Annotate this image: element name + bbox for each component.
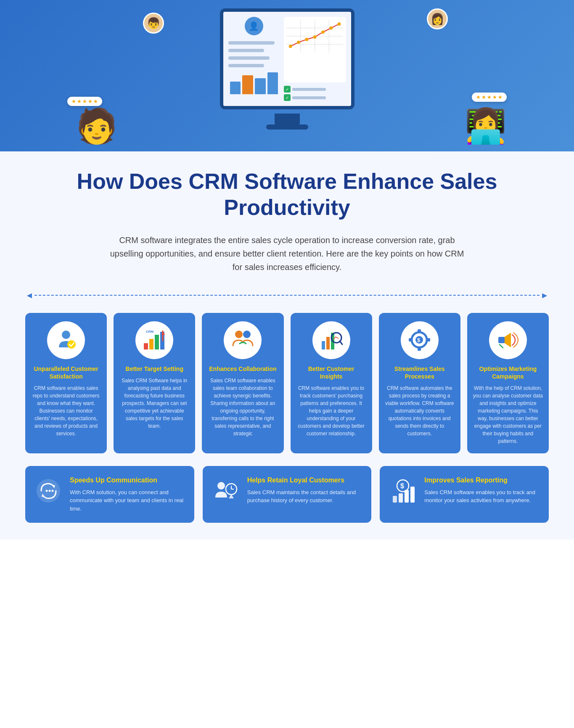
bottom-body-3: Sales CRM software enables you to track … xyxy=(424,488,540,505)
bottom-grid: Speeds Up Communication With CRM solutio… xyxy=(25,466,549,523)
svg-point-40 xyxy=(45,490,48,492)
card-title-1: Unparalleled Customer Satisfaction xyxy=(31,365,101,380)
card-customer-insights: Better Customer Insights CRM software en… xyxy=(291,313,372,453)
bottom-icon-1 xyxy=(34,476,63,506)
svg-line-36 xyxy=(500,344,503,348)
bottom-body-1: With CRM solution, you can connect and c… xyxy=(70,488,186,513)
avatar-top-left: 👦 xyxy=(143,13,164,34)
svg-point-43 xyxy=(217,482,225,490)
card-body-3: Sales CRM software enables sales team co… xyxy=(208,377,278,437)
monitor-base xyxy=(266,124,308,130)
svg-rect-51 xyxy=(405,490,409,503)
svg-rect-52 xyxy=(410,487,415,503)
svg-rect-31 xyxy=(418,347,421,351)
card-icon-2: CRM xyxy=(135,321,173,359)
card-marketing-campaigns: Optimizes Marketing Campaigns With the h… xyxy=(467,313,549,453)
arrow-divider: ◄ ► xyxy=(25,291,549,300)
bottom-card-reporting: $ Improves Sales Reporting Sales CRM sof… xyxy=(380,466,549,523)
svg-rect-30 xyxy=(418,329,421,333)
card-icon-4 xyxy=(312,321,350,359)
person-left: ★★★★★ 🧑 xyxy=(76,109,118,143)
card-sales-processes: $ Streamlines Sales Processes CRM softwa… xyxy=(379,313,460,453)
svg-point-37 xyxy=(37,479,60,503)
svg-rect-15 xyxy=(144,343,148,349)
bottom-body-2: Sales CRM maintains the contact details … xyxy=(247,488,363,505)
svg-text:$: $ xyxy=(417,337,421,343)
svg-point-9 xyxy=(313,35,317,39)
svg-point-41 xyxy=(48,490,50,492)
svg-point-7 xyxy=(297,41,300,44)
card-title-5: Streamlines Sales Processes xyxy=(385,365,455,380)
arrow-right-icon: ► xyxy=(540,291,549,300)
card-body-4: CRM software enables you to track custom… xyxy=(296,384,366,437)
bottom-icon-2 xyxy=(211,476,241,506)
svg-point-21 xyxy=(235,331,243,338)
svg-line-27 xyxy=(340,341,342,344)
card-title-4: Better Customer Insights xyxy=(296,365,366,380)
arrow-left-icon: ◄ xyxy=(25,291,34,300)
person-right: ★★★★★ 👩‍💻 xyxy=(465,109,507,143)
page-subtitle: CRM software integrates the entire sales… xyxy=(106,233,468,274)
monitor-screen: ✓ ✓ xyxy=(220,8,354,109)
svg-point-12 xyxy=(338,22,341,26)
svg-point-11 xyxy=(330,26,333,30)
svg-rect-24 xyxy=(326,337,330,349)
card-target-setting: CRM Better Target Setting Sales CRM Soft… xyxy=(114,313,195,453)
svg-point-6 xyxy=(289,45,292,48)
bottom-card-communication: Speeds Up Communication With CRM solutio… xyxy=(25,466,194,523)
bottom-title-1: Speeds Up Communication xyxy=(70,476,186,485)
svg-rect-17 xyxy=(155,335,159,349)
svg-rect-33 xyxy=(427,338,430,341)
svg-point-8 xyxy=(305,38,309,41)
card-icon-3 xyxy=(224,321,262,359)
card-body-2: Sales CRM Software helps in analysing pa… xyxy=(119,377,189,430)
svg-rect-16 xyxy=(149,339,153,349)
hero-section: ✓ ✓ ★★★★★ xyxy=(0,0,574,151)
bottom-card-retain: Helps Retain Loyal Customers Sales CRM m… xyxy=(203,466,372,523)
check-icon: ✓ xyxy=(284,86,291,93)
bottom-title-2: Helps Retain Loyal Customers xyxy=(247,476,363,485)
card-icon-6 xyxy=(489,321,527,359)
card-title-3: Enhances Collaboration xyxy=(209,365,276,373)
page-title: How Does CRM Software Enhance Sales Prod… xyxy=(25,168,549,221)
bottom-title-3: Improves Sales Reporting xyxy=(424,476,540,485)
svg-point-22 xyxy=(243,331,251,338)
svg-point-42 xyxy=(51,490,53,492)
main-content: How Does CRM Software Enhance Sales Prod… xyxy=(0,151,574,540)
card-body-5: CRM software automates the sales process… xyxy=(385,384,455,437)
svg-rect-49 xyxy=(393,496,397,503)
card-title-2: Better Target Setting xyxy=(126,365,183,373)
dotted-line xyxy=(34,295,540,296)
card-customer-satisfaction: Unparalleled Customer Satisfaction CRM s… xyxy=(25,313,107,453)
svg-point-13 xyxy=(62,331,70,339)
svg-rect-35 xyxy=(498,337,505,343)
card-body-6: With the help of CRM solution, you can a… xyxy=(473,384,543,445)
rating-bubble-left: ★★★★★ xyxy=(67,97,102,106)
bottom-text-3: Improves Sales Reporting Sales CRM softw… xyxy=(424,476,540,505)
card-title-6: Optimizes Marketing Campaigns xyxy=(473,365,543,380)
monitor-illustration: ✓ ✓ xyxy=(220,8,354,126)
card-icon-5: $ xyxy=(401,321,439,359)
bottom-text-2: Helps Retain Loyal Customers Sales CRM m… xyxy=(247,476,363,505)
rating-bubble-right: ★★★★★ xyxy=(472,93,507,102)
svg-rect-50 xyxy=(399,493,403,503)
svg-point-10 xyxy=(321,30,325,34)
svg-rect-23 xyxy=(322,341,325,349)
avatar-top-right: 👩 xyxy=(427,8,448,29)
cards-grid: Unparalleled Customer Satisfaction CRM s… xyxy=(25,313,549,453)
monitor-avatar xyxy=(245,17,263,35)
hero-inner: ✓ ✓ ★★★★★ xyxy=(0,0,574,151)
card-icon-1 xyxy=(47,321,85,359)
svg-text:CRM: CRM xyxy=(146,330,154,334)
svg-rect-32 xyxy=(409,338,412,341)
card-body-1: CRM software enables sales reps to under… xyxy=(31,384,101,437)
check-icon-2: ✓ xyxy=(284,94,291,101)
card-collaboration: Enhances Collaboration Sales CRM softwar… xyxy=(202,313,283,453)
bottom-text-1: Speeds Up Communication With CRM solutio… xyxy=(70,476,186,513)
svg-point-14 xyxy=(67,340,76,349)
bottom-icon-3: $ xyxy=(388,476,418,506)
svg-text:$: $ xyxy=(400,482,404,490)
